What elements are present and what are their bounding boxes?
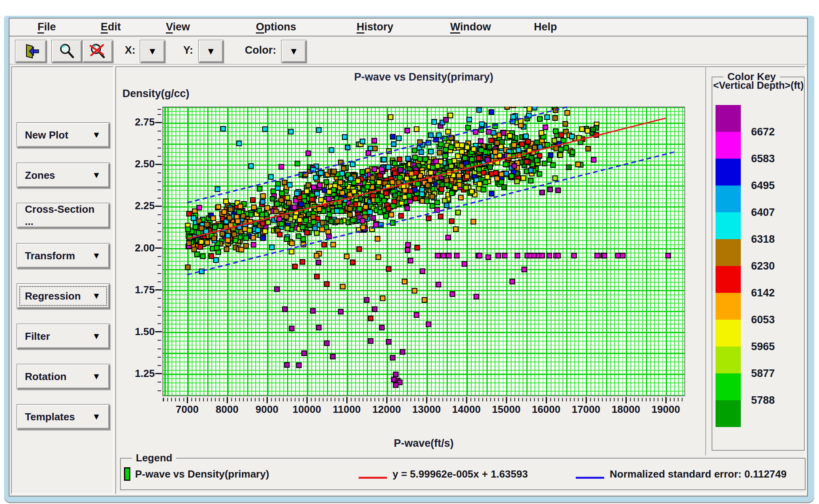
color-key-band — [716, 212, 741, 239]
x-tick — [187, 397, 188, 403]
legend-series-label: P-wave vs Density(primary) — [135, 468, 269, 480]
color-key-band — [716, 239, 741, 266]
chevron-down-icon: ▼ — [92, 291, 101, 301]
menu-item-view[interactable]: View — [166, 21, 190, 33]
chevron-down-icon: ▼ — [92, 170, 101, 180]
y-tick — [155, 122, 162, 123]
menu-item-window[interactable]: Window — [450, 21, 491, 33]
color-key-label: 6053 — [751, 314, 775, 326]
color-field-label: Color: — [245, 44, 276, 56]
chevron-down-icon: ▼ — [92, 371, 101, 382]
menu-item-edit[interactable]: Edit — [101, 21, 121, 33]
menu-bar: FileEditViewOptionsHistoryWindowHelp — [9, 19, 807, 37]
x-tick — [346, 397, 348, 403]
color-key-band — [716, 132, 741, 159]
scatter-svg[interactable] — [162, 107, 685, 396]
y-axis-minor-ticks — [158, 107, 161, 396]
y-tick-label: 2.50 — [122, 158, 155, 170]
chevron-down-icon: ▼ — [92, 412, 101, 422]
color-key-bar — [716, 105, 741, 427]
y-tick-label: 1.50 — [122, 326, 155, 338]
sidebar-button-regression[interactable]: Regression▼ — [17, 283, 110, 309]
screen: { "menu": { "items": [ { "label": "File"… — [0, 0, 819, 504]
series-marker-swatch — [124, 467, 130, 481]
sidebar-button-transform[interactable]: Transform▼ — [17, 243, 110, 268]
x-tick — [466, 397, 467, 403]
x-tick — [665, 397, 667, 403]
color-key-band — [716, 105, 741, 132]
chevron-down-icon: ▼ — [206, 47, 216, 56]
sidebar-button-cross-section[interactable]: Cross-Section ... — [17, 203, 110, 228]
x-tick — [626, 397, 627, 403]
sidebar-button-label: Rotation — [25, 371, 66, 383]
legend-error-label: Normalized standard error: 0.112749 — [610, 468, 787, 480]
x-tick — [386, 397, 387, 403]
color-key-label: 5877 — [751, 367, 775, 380]
y-axis-dropdown[interactable]: ▼ — [198, 40, 224, 63]
sidebar-button-label: Zones — [25, 169, 55, 182]
menu-item-help[interactable]: Help — [534, 21, 557, 33]
sidebar-button-rotation[interactable]: Rotation▼ — [17, 364, 110, 389]
regression-line-swatch — [359, 477, 387, 479]
exit-button[interactable] — [15, 40, 47, 63]
magnifier-crossed-icon — [89, 43, 106, 60]
x-tick — [426, 397, 427, 403]
app-chrome: FileEditViewOptionsHistoryWindowHelp — [9, 18, 808, 497]
sidebar-button-zones[interactable]: Zones▼ — [17, 163, 110, 188]
y-tick — [155, 289, 162, 290]
x-tick — [306, 397, 308, 403]
sidebar-button-label: Cross-Section ... — [25, 203, 101, 228]
menu-item-options[interactable]: Options — [256, 21, 296, 33]
x-tick — [546, 397, 547, 403]
menu-item-file[interactable]: File — [38, 21, 56, 33]
chevron-down-icon: ▼ — [92, 130, 101, 140]
sidebar-button-label: Regression — [25, 290, 81, 302]
y-tick — [155, 164, 162, 165]
x-tick — [227, 397, 228, 403]
color-key-label: 6672 — [751, 126, 775, 138]
unzoom-button[interactable] — [82, 40, 113, 63]
color-dropdown[interactable]: ▼ — [281, 40, 306, 63]
zoom-button[interactable] — [51, 40, 82, 63]
y-tick-label: 2.75 — [122, 116, 155, 128]
color-key-band — [716, 159, 741, 185]
x-axis-field-label: X: — [125, 44, 135, 56]
sidebar-panel: New Plot▼Zones▼Cross-Section ...Transfor… — [11, 66, 114, 494]
color-key-band — [716, 266, 741, 293]
y-tick — [155, 247, 162, 249]
color-key-band — [716, 293, 741, 320]
color-key-label: 5788 — [751, 394, 775, 407]
y-tick — [155, 373, 162, 374]
legend-title: Legend — [132, 452, 176, 464]
plot-title: P-wave vs Density(primary) — [162, 71, 685, 83]
exit-door-icon — [22, 42, 40, 60]
chevron-down-icon: ▼ — [289, 47, 299, 56]
sidebar-button-templates[interactable]: Templates▼ — [17, 404, 110, 429]
color-key-label: 6230 — [751, 260, 775, 272]
color-key-band — [716, 400, 741, 427]
sidebar-button-label: Transform — [25, 250, 75, 262]
y-tick-label: 1.25 — [122, 367, 155, 380]
x-tick — [586, 397, 587, 403]
legend-regression-label: y = 5.99962e-005x + 1.63593 — [393, 468, 528, 480]
x-tick — [506, 397, 507, 403]
color-key-subtitle: <Vertical Depth>(ft) — [713, 80, 804, 91]
chevron-down-icon: ▼ — [148, 47, 157, 56]
x-axis-minor-ticks — [162, 398, 685, 401]
color-key-band — [716, 373, 741, 400]
y-axis-field-label: Y: — [183, 44, 193, 56]
x-tick-label: 19000 — [642, 403, 689, 416]
sidebar-button-label: Filter — [25, 330, 50, 343]
x-axis-dropdown[interactable]: ▼ — [140, 40, 165, 63]
color-key-label: 6318 — [751, 233, 775, 245]
legend-box: Legend P-wave vs Density(primary) y = 5.… — [120, 458, 806, 490]
x-axis-title: P-wave(ft/s) — [162, 437, 685, 450]
y-axis-title: Density(g/cc) — [122, 88, 190, 100]
sidebar-button-new-plot[interactable]: New Plot▼ — [17, 122, 110, 148]
color-key-band — [716, 347, 741, 373]
y-tick — [155, 206, 162, 207]
menu-item-history[interactable]: History — [357, 21, 393, 33]
color-key-band — [716, 185, 741, 212]
main-panel: P-wave vs Density(primary) Density(g/cc)… — [115, 66, 806, 494]
sidebar-button-filter[interactable]: Filter▼ — [17, 324, 110, 349]
